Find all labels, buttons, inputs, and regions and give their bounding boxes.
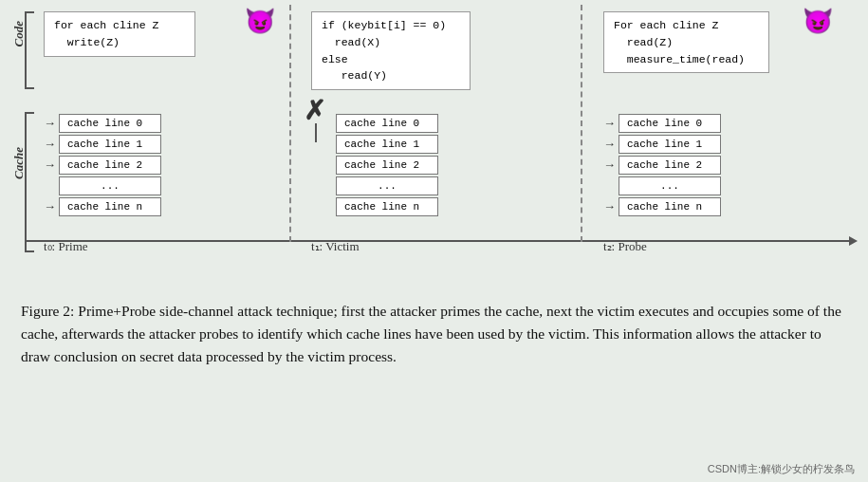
cache-row: → cache line 1 [603, 135, 721, 154]
cache-row: → cache line 0 [603, 114, 721, 133]
cache-cell: cache line 0 [59, 114, 161, 133]
cache-lines-prime: → cache line 0 → cache line 1 → cache li… [44, 114, 161, 218]
cache-cell: cache line n [59, 197, 161, 216]
code-box-probe: For each cline Z read(Z) measure_time(re… [603, 11, 769, 73]
demon-icon-probe: 😈 [803, 9, 833, 34]
phase-probe: 😈 For each cline Z read(Z) measure_time(… [586, 0, 852, 266]
cache-cell: cache line 1 [619, 135, 721, 154]
cache-lines-probe: → cache line 0 → cache line 1 → cache li… [603, 114, 721, 218]
cache-cell: ... [59, 176, 161, 195]
cache-row: → cache line 2 [321, 156, 438, 175]
arrow-icon: → [603, 199, 616, 214]
arrow-icon: → [44, 137, 56, 152]
cache-row: → cache line 2 [603, 156, 721, 175]
connector-line [315, 123, 317, 142]
divider-1 [289, 5, 291, 242]
demon-icon-prime: 😈 [245, 9, 275, 34]
cache-cell: cache line 1 [336, 135, 438, 154]
cache-row: → cache line 1 [44, 135, 161, 154]
cache-row: → cache line 1 [321, 135, 438, 154]
divider-2 [581, 5, 582, 242]
cache-row: → ... [321, 176, 438, 195]
time-label-probe: t₂: Probe [603, 239, 647, 254]
cache-cell: cache line n [619, 197, 721, 216]
cache-cell: cache line 2 [59, 156, 161, 175]
arrow-icon: → [603, 116, 616, 131]
cache-row: → cache line n [603, 197, 721, 216]
arrow-icon: → [44, 199, 56, 214]
cache-cell: cache line n [336, 197, 438, 216]
phase-prime: 😈 for each cline Z write(Z) → cache line… [36, 0, 292, 266]
cache-cell: cache line 2 [336, 156, 438, 175]
cache-row: → ... [603, 176, 721, 195]
time-label-victim: t₁: Victim [311, 239, 360, 254]
cache-lines-victim: → cache line 0 → cache line 1 → cache li… [321, 114, 438, 218]
cache-cell: cache line 1 [59, 135, 161, 154]
cache-axis-label: Cache [11, 147, 27, 179]
code-box-victim: if (keybit[i] == 0) read(X) else read(Y) [311, 11, 471, 90]
figure-caption: Figure 2: Prime+Probe side-channel attac… [0, 294, 868, 373]
arrow-icon: → [603, 137, 616, 152]
cache-row: → cache line 0 [321, 114, 438, 133]
spacer: → [44, 178, 56, 194]
cache-cell: ... [619, 176, 721, 195]
cache-row: → ... [44, 176, 161, 195]
time-label-prime: t₀: Prime [44, 239, 88, 254]
code-axis-label: Code [11, 21, 27, 46]
cache-row: → cache line n [44, 197, 161, 216]
arrow-icon: → [603, 158, 616, 173]
cache-cell: cache line 2 [619, 156, 721, 175]
watermark: CSDN博主:解锁少女的柠发条鸟 [708, 462, 855, 476]
cache-cell: ... [336, 176, 438, 195]
cache-cell: cache line 0 [336, 114, 438, 133]
phase-victim: if (keybit[i] == 0) read(X) else read(Y)… [294, 0, 564, 266]
cache-row: → cache line n [321, 197, 438, 216]
arrow-icon: → [44, 116, 56, 131]
cache-cell: cache line 0 [619, 114, 721, 133]
cache-bracket [25, 112, 34, 252]
code-box-prime: for each cline Z write(Z) [44, 11, 195, 57]
arrow-icon: → [44, 158, 56, 173]
cache-row: → cache line 2 [44, 156, 161, 175]
cache-row: → cache line 0 [44, 114, 161, 133]
